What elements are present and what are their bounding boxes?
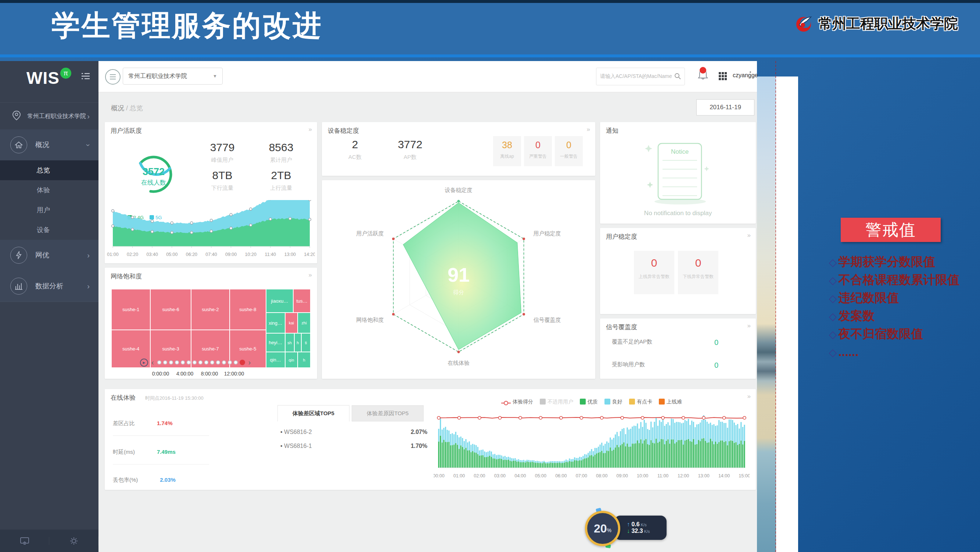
treemap-cell-sushe-2[interactable]: sushe-2 <box>191 289 230 330</box>
svg-text:用户稳定度: 用户稳定度 <box>533 230 561 236</box>
timeline-dot[interactable] <box>169 361 173 364</box>
stat-label: 峰值用户 <box>193 157 252 164</box>
expand-icon[interactable]: » <box>748 322 751 330</box>
sidebar-group-数据分析[interactable]: 数据分析› <box>0 271 99 302</box>
saturation-treemap: sushe-1sushe-6sushe-2sushe-8sushe-4sushe… <box>111 289 310 368</box>
search-icon[interactable] <box>674 73 681 81</box>
timeline-current-dot[interactable] <box>240 360 245 365</box>
top-list-row[interactable]: WS6816-11.70% <box>280 443 427 449</box>
panel-title: 用户活跃度 <box>111 126 142 135</box>
divider <box>113 464 209 464</box>
treemap-cell-h[interactable]: h <box>298 352 310 368</box>
stat-label: AP数 <box>388 154 432 161</box>
expand-icon[interactable]: » <box>309 126 312 133</box>
tab-worst-area-top5[interactable]: 体验差区域TOP5 <box>277 405 350 421</box>
play-icon[interactable]: ▶ <box>140 359 148 367</box>
stat-value: 2TB <box>252 169 310 182</box>
treemap-cell-sushe-1[interactable]: sushe-1 <box>111 289 150 330</box>
timeline-dot[interactable] <box>222 361 226 364</box>
speed-gauge[interactable]: 20% <box>585 511 620 546</box>
sidebar-item-体验[interactable]: 体验 <box>0 180 99 200</box>
treemap-cell-qin[interactable]: qin <box>285 352 298 368</box>
screen-share-icon[interactable] <box>0 537 49 545</box>
alert-list-item: ◇...... <box>829 343 976 361</box>
kebab-menu-icon[interactable] <box>749 71 751 78</box>
timeline-dot[interactable] <box>204 361 208 364</box>
treemap-cell-jiaoxu…[interactable]: jiaoxu… <box>266 289 294 313</box>
treemap-cell-sh[interactable]: sh <box>285 333 294 352</box>
treemap-cell-sushe-8[interactable]: sushe-8 <box>230 289 266 330</box>
timeline-dot[interactable] <box>234 361 238 364</box>
org-select-dropdown[interactable]: 常州工程职业技术学院 ▼ <box>123 68 223 85</box>
legend-label: 优质 <box>587 399 598 405</box>
sidebar-group-概况[interactable]: 概况› <box>0 129 99 161</box>
treemap-cell-ti[interactable]: ti <box>301 333 310 352</box>
divider-line <box>0 54 980 57</box>
treemap-cell-kai[interactable]: kai <box>285 313 298 333</box>
white-strip <box>776 77 798 552</box>
timeline-dot[interactable] <box>210 361 214 364</box>
device-name: WS6816-1 <box>280 443 312 449</box>
step-back-icon[interactable]: ‹ <box>151 358 154 367</box>
tab-worst-reason-top5[interactable]: 体验差原因TOP5 <box>352 405 424 421</box>
timeline-dot[interactable] <box>163 361 167 364</box>
legend-label: 有点卡 <box>637 399 652 405</box>
search-input[interactable]: 请输入AC/AP/STA的Mac/Name <box>596 68 685 85</box>
legend-优质: 优质 <box>580 399 598 405</box>
step-forward-icon[interactable]: › <box>248 358 251 367</box>
treemap-cell-xing…[interactable]: xing… <box>266 313 285 333</box>
username[interactable]: czyangge <box>733 72 758 79</box>
treemap-time-slider[interactable]: ▶‹› <box>140 358 252 367</box>
timeline-dot[interactable] <box>228 361 232 364</box>
treemap-cell-tus…[interactable]: tus… <box>293 289 310 313</box>
timeline-dot[interactable] <box>216 361 220 364</box>
sidebar-item-设备[interactable]: 设备 <box>0 220 99 240</box>
gear-icon[interactable] <box>49 536 99 546</box>
network-icon <box>10 247 27 264</box>
expand-icon[interactable]: » <box>309 271 312 279</box>
treemap-cell-sushe-6[interactable]: sushe-6 <box>150 289 191 330</box>
svg-text:09:00: 09:00 <box>225 252 237 257</box>
exp-stat-差区占比: 差区占比1.74% <box>113 420 212 427</box>
timeline-dot[interactable] <box>187 361 191 364</box>
sidebar-item-venue[interactable]: 常州工程职业技术学院 › <box>0 102 99 130</box>
svg-text:设备稳定度: 设备稳定度 <box>445 187 473 193</box>
timeline-dot[interactable] <box>157 361 161 364</box>
hamburger-menu-icon[interactable] <box>105 69 121 85</box>
sidebar-item-总览[interactable]: 总览 <box>0 160 99 180</box>
stat-value: 3772 <box>388 138 432 151</box>
svg-text:09:00: 09:00 <box>617 473 628 479</box>
diamond-bullet-icon: ◇ <box>829 275 837 286</box>
beach-photo-strip <box>757 77 776 552</box>
treemap-cell-heyi…[interactable]: heyi… <box>266 333 285 352</box>
row-value: 0 <box>714 338 718 347</box>
timeline-dot[interactable] <box>175 361 179 364</box>
treemap-cell-qin…[interactable]: qin… <box>266 352 285 368</box>
sidebar-group-网优[interactable]: 网优› <box>0 240 99 271</box>
treemap-cell-zhi[interactable]: zhi <box>298 313 310 333</box>
gauge-value: 20 <box>594 522 607 536</box>
breadcrumb-page[interactable]: 总览 <box>130 104 143 112</box>
box-value: 0 <box>678 257 718 269</box>
timeline-dot[interactable] <box>181 361 185 364</box>
sidebar-collapse-icon[interactable] <box>81 72 91 81</box>
stat-value: 7.49ms <box>157 449 176 456</box>
notification-bell-icon[interactable] <box>697 68 713 85</box>
expand-icon[interactable]: » <box>748 232 751 239</box>
timeline-dot[interactable] <box>192 361 197 364</box>
timeline-dot[interactable] <box>199 361 202 364</box>
stability-box-上线异常告警数: 0上线异常告警数 <box>634 251 674 294</box>
time-label: 12:00:00 <box>224 371 244 377</box>
sidebar-item-用户[interactable]: 用户 <box>0 200 99 220</box>
breadcrumb-section[interactable]: 概况 <box>111 104 124 112</box>
top-list-row[interactable]: WS6816-22.07% <box>280 429 427 436</box>
treemap-cell-h[interactable]: h <box>294 333 302 352</box>
date-picker[interactable]: 2016-11-19 <box>696 99 754 115</box>
expand-icon[interactable]: » <box>587 126 590 133</box>
date-value: 2016-11-19 <box>710 104 741 111</box>
location-pin-icon <box>13 110 21 122</box>
stat-AP数: 3772AP数 <box>388 138 432 161</box>
row-label: 受影响用户数 <box>612 361 645 370</box>
stat-label: 时延(ms) <box>113 449 135 456</box>
apps-grid-icon[interactable] <box>719 72 727 81</box>
